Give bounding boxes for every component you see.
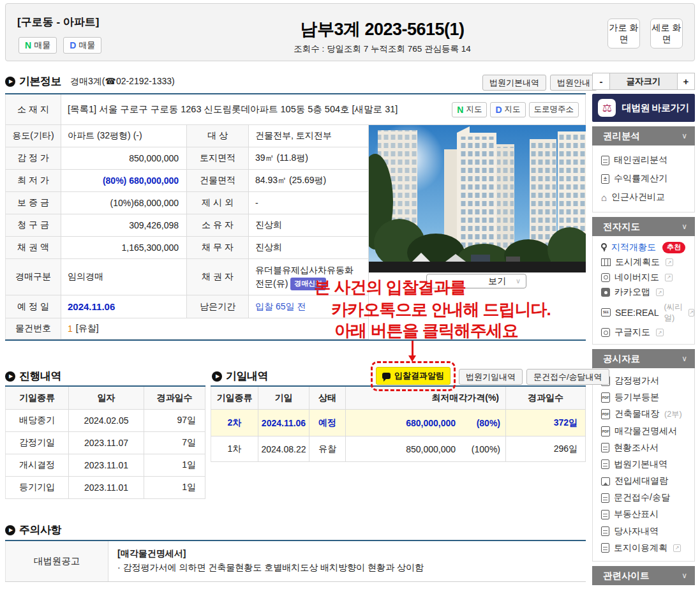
schedule-date: 2024.11.06 <box>258 410 309 436</box>
sidebar-item-building-ledger[interactable]: 건축물대장 (2부) <box>593 408 694 420</box>
bid-result-alert-button[interactable]: 입찰결과알림 <box>376 367 451 385</box>
sidebar-item-seereal[interactable]: SEE:REAL (씨리얼) ↗ <box>593 302 694 324</box>
section-header-related-sites[interactable]: 관련사이트 ∨ <box>592 566 695 585</box>
schedule-round: 2차 <box>211 410 258 436</box>
font-smaller-button[interactable]: - <box>593 73 610 89</box>
debtor-value: 진상희 <box>249 237 369 259</box>
section-header-public-docs[interactable]: 공시자료 ∨ <box>592 349 695 368</box>
progress-table: 기일종류 일자 경과일수 배당종기 2024.02.05 97일 감정기일 20… <box>5 385 205 499</box>
supreme-court-link[interactable]: ⚖ 대법원 바로가기 <box>592 94 695 122</box>
external-link-icon: ↗ <box>665 274 673 281</box>
section-header-label: 공시자료 <box>603 353 640 365</box>
external-link-icon: ↗ <box>689 309 694 317</box>
progress-col-date: 일자 <box>69 387 144 410</box>
sidebar-item-sale-specification[interactable]: 매각물건명세서 <box>593 426 694 437</box>
pdf-icon <box>601 426 610 436</box>
sidebar-item-label: SEE:REAL <box>615 308 659 318</box>
property-photo[interactable] <box>369 125 586 295</box>
table-row-upcoming: 2차 2024.11.06 예정 680,000,000 (80%) 372일 <box>211 410 586 436</box>
pdf-icon <box>601 409 610 419</box>
progress-section-title: ▶ 진행내역 <box>5 369 61 384</box>
sidebar-item-google-map[interactable]: 구글지도 ↗ <box>593 327 694 338</box>
sidebar-item-label: 감정평가서 <box>614 375 659 387</box>
target-value: 건물전부, 토지전부 <box>249 125 369 147</box>
sidebar-item-resident-lookup[interactable]: 전입세대열람 <box>593 475 694 487</box>
chevron-down-icon: ∨ <box>681 222 687 231</box>
naver-map-button[interactable]: N지도 <box>452 102 487 117</box>
sidebar-item-document-delivery[interactable]: 문건접수/송달 <box>593 492 694 503</box>
pdf-icon <box>601 392 610 403</box>
sidebar-item-label: 부동산표시 <box>614 509 659 520</box>
sidebar-item-naver-map[interactable]: 네이버지도 ↗ <box>593 272 694 283</box>
sidebar-item-taein-rights[interactable]: 태인권리분석 <box>593 154 694 166</box>
scheduled-date-value: 2024.11.06 <box>61 295 187 318</box>
schedule-days: 372일 <box>506 410 586 436</box>
sidebar-item-party-details[interactable]: 당사자내역 <box>593 526 694 537</box>
sidebar-item-label: 법원기본내역 <box>614 459 667 470</box>
progress-date: 2023.11.07 <box>69 432 144 454</box>
schedule-title-text: 기일내역 <box>226 369 268 384</box>
daum-listing-button[interactable]: D 매물 <box>63 37 101 54</box>
section-header-e-map[interactable]: 전자지도 ∨ <box>592 217 695 236</box>
promo-text-line1: 본 사건의 입찰결과를 <box>246 276 533 299</box>
sidebar-item-kakao-map[interactable]: 카카오맵 ↗ <box>593 287 694 298</box>
document-list-icon <box>601 510 609 519</box>
naver-listing-button[interactable]: N 매물 <box>19 37 57 54</box>
chevron-down-icon: ∨ <box>681 131 687 140</box>
court-guide-button[interactable]: 법원안내 <box>550 75 597 91</box>
daum-map-button[interactable]: D지도 <box>490 102 525 117</box>
section-header-rights-analysis[interactable]: 권리분석 ∨ <box>592 126 695 145</box>
sidebar-item-label: 건축물대장 <box>614 408 659 420</box>
owner-label: 소 유 자 <box>187 214 249 237</box>
sidebar-item-property-indication[interactable]: 부동산표시 <box>593 509 694 520</box>
debt-label: 채 권 액 <box>5 237 61 259</box>
image-icon <box>601 477 610 486</box>
sidebar-item-cadastral-map[interactable]: 지적개황도 추천 <box>593 242 694 253</box>
notice-content: · 감정평가서에 의하면 건축물현황도 호별배치도상 배치방향이 현황과 상이함 <box>117 561 577 575</box>
address-text: [목록1] 서울 구로구 구로동 1263 신도림롯데아파트 105동 5층 5… <box>68 103 447 116</box>
progress-kind: 개시결정 <box>5 454 69 477</box>
sidebar-item-nearby-cases[interactable]: ⌂ 인근사건비교 <box>593 191 694 203</box>
schedule-col-round: 기일종류 <box>211 387 258 410</box>
font-larger-button[interactable]: + <box>677 73 694 89</box>
road-address-button[interactable]: 도로명주소 <box>529 102 579 117</box>
sidebar-item-land-use-plan[interactable]: 토지이용계획 ↗ <box>593 542 694 554</box>
sidebar-item-city-plan-map[interactable]: 도시계획도 ↗ <box>593 257 694 268</box>
table-row: 등기기입 2023.11.01 1일 <box>5 477 205 499</box>
section-arrow-icon: ▶ <box>5 525 15 535</box>
notice-table: 대법원공고 [매각물건명세서] · 감정평가서에 의하면 건축물현황도 호별배치… <box>5 540 586 582</box>
document-list-icon <box>601 493 609 503</box>
sidebar-item-label: 등기부등본 <box>614 392 659 403</box>
progress-date: 2023.11.01 <box>69 477 144 499</box>
progress-header-row: 기일종류 일자 경과일수 <box>5 387 205 410</box>
font-size-widget: - 글자크기 + <box>592 73 695 90</box>
sidebar-item-label: 당사자내역 <box>614 526 659 537</box>
daum-icon: D <box>495 105 502 115</box>
usage-value: 아파트 (32평형) (-) <box>61 125 187 147</box>
land-area-label: 토지면적 <box>187 147 249 170</box>
schedule-percent: (100%) <box>456 444 500 454</box>
building-area-value: 84.93㎡ (25.69평) <box>249 170 369 192</box>
court-schedule-button[interactable]: 법원기일내역 <box>459 369 523 385</box>
claim-value: 309,426,098 <box>61 214 187 237</box>
bid-result-alert-label: 입찰결과알림 <box>394 370 444 382</box>
sidebar-item-status-survey[interactable]: 현황조사서 <box>593 442 694 454</box>
sidebar-item-register-copy[interactable]: 등기부등본 <box>593 392 694 403</box>
daum-icon: D <box>70 40 76 50</box>
court-detail-button[interactable]: 법원기본내역 <box>482 75 546 91</box>
sidebar-item-yield-calculator[interactable]: 수익률계산기 <box>593 173 694 184</box>
portrait-view-button[interactable]: 세로 화면 <box>650 19 683 48</box>
schedule-price: 850,000,000 <box>346 444 456 454</box>
sidebar-item-label: 네이버지도 <box>614 272 659 283</box>
chevron-down-icon: ∨ <box>681 354 687 363</box>
sidebar-item-court-basic-detail[interactable]: 법원기본내역 <box>593 459 694 470</box>
notice-title-text: 주의사항 <box>19 523 61 537</box>
section-arrow-icon: ▶ <box>212 371 222 382</box>
progress-kind: 배당종기 <box>5 410 69 432</box>
category-label: [구로동 - 아파트] <box>17 15 99 29</box>
recommend-badge: 추천 <box>662 242 685 253</box>
schedule-table: 기일종류 기일 상태 최저매각가격(%) 경과일수 2차 2024.11.06 … <box>211 385 586 462</box>
landscape-view-button[interactable]: 가로 화면 <box>607 19 640 48</box>
document-list-icon <box>601 526 609 536</box>
document-delivery-button[interactable]: 문건접수/송달내역 <box>526 369 609 385</box>
